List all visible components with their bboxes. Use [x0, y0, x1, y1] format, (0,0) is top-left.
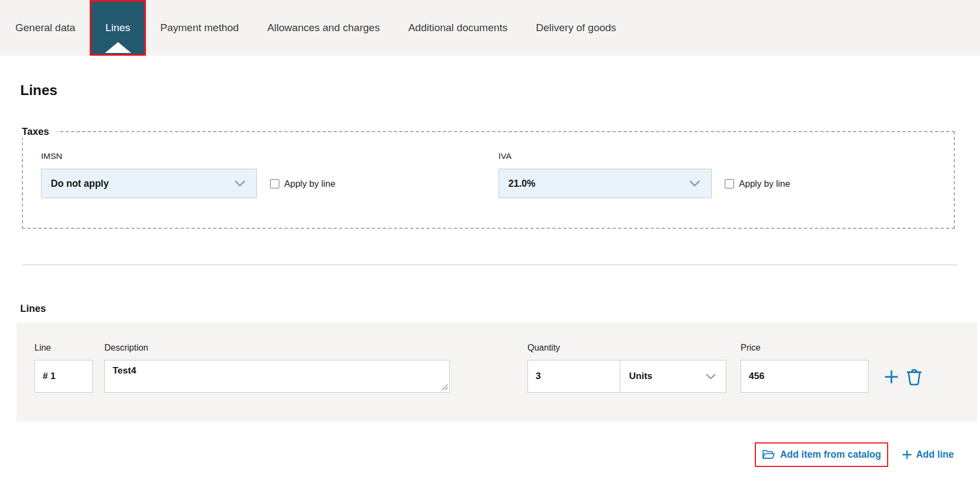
section-divider: [22, 264, 958, 265]
tab-label: Allowances and charges: [267, 22, 380, 34]
imsn-apply-by-line-checkbox[interactable]: [270, 179, 279, 188]
line-item-row: Line Description Test4 Quantity Units Pr…: [16, 322, 977, 422]
chevron-down-icon: [234, 180, 245, 187]
price-column-label: Price: [741, 342, 868, 353]
tab-additional-documents[interactable]: Additional documents: [394, 0, 522, 56]
tab-label: General data: [15, 22, 75, 34]
imsn-field-group: IMSN Do not apply Apply by line: [41, 151, 498, 198]
tab-allowances-and-charges[interactable]: Allowances and charges: [253, 0, 394, 56]
unit-select[interactable]: Units: [620, 360, 726, 393]
line-number-input[interactable]: [34, 360, 93, 393]
imsn-apply-by-line[interactable]: Apply by line: [270, 179, 336, 189]
iva-field-group: IVA 21.0% Apply by line: [498, 151, 790, 198]
taxes-fieldset: Taxes IMSN Do not apply Apply by line IV…: [22, 131, 955, 229]
delete-row-button[interactable]: [906, 368, 923, 386]
add-item-from-catalog-label: Add item from catalog: [780, 449, 881, 460]
tab-lines[interactable]: Lines: [90, 0, 146, 56]
imsn-label: IMSN: [41, 151, 498, 162]
tab-delivery-of-goods[interactable]: Delivery of goods: [522, 0, 631, 56]
quantity-column-label: Quantity: [527, 342, 726, 353]
folder-open-icon: [762, 449, 775, 460]
iva-select[interactable]: 21.0%: [498, 169, 712, 198]
iva-apply-by-line-checkbox[interactable]: [725, 179, 734, 188]
tab-label: Delivery of goods: [536, 22, 617, 34]
tab-label: Lines: [105, 22, 130, 34]
trash-icon: [906, 368, 923, 386]
tab-payment-method[interactable]: Payment method: [146, 0, 253, 56]
add-line-button[interactable]: Add line: [902, 449, 954, 460]
unit-selected-value: Units: [629, 371, 653, 382]
quantity-input[interactable]: [527, 360, 620, 393]
resize-grip-icon[interactable]: [442, 384, 448, 390]
quantity-column: Quantity Units: [527, 342, 726, 393]
line-number-column: Line: [34, 342, 93, 393]
add-item-from-catalog-button[interactable]: Add item from catalog: [755, 442, 888, 467]
iva-apply-by-line-label: Apply by line: [739, 179, 790, 189]
plus-icon: [902, 449, 912, 460]
plus-icon: [883, 369, 900, 385]
tab-bar: General data Lines Payment method Allowa…: [0, 0, 980, 56]
chevron-down-icon: [689, 180, 700, 187]
iva-apply-by-line[interactable]: Apply by line: [725, 179, 790, 189]
tab-label: Additional documents: [408, 22, 508, 34]
add-row-button[interactable]: [883, 369, 900, 385]
imsn-select[interactable]: Do not apply: [41, 169, 257, 198]
iva-selected-value: 21.0%: [508, 178, 536, 190]
tab-general-data[interactable]: General data: [1, 0, 90, 56]
add-line-label: Add line: [916, 449, 954, 460]
lines-section-label: Lines: [20, 303, 980, 315]
active-tab-notch: [105, 42, 131, 53]
price-input[interactable]: [741, 360, 868, 393]
description-textarea[interactable]: Test4: [104, 360, 450, 393]
tab-label: Payment method: [160, 22, 239, 34]
iva-label: IVA: [498, 151, 790, 162]
description-column-label: Description: [104, 342, 450, 353]
taxes-legend: Taxes: [22, 125, 57, 138]
lines-actions: Add item from catalog Add line: [0, 442, 954, 467]
price-column: Price: [741, 342, 868, 393]
chevron-down-icon: [706, 374, 716, 380]
line-column-label: Line: [34, 342, 93, 353]
page-title: Lines: [20, 82, 980, 99]
description-column: Description Test4: [104, 342, 450, 393]
imsn-apply-by-line-label: Apply by line: [284, 179, 336, 189]
imsn-selected-value: Do not apply: [51, 178, 109, 190]
